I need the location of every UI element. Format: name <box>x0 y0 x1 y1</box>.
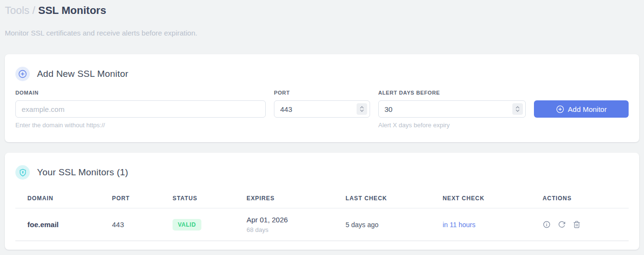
port-label: PORT <box>274 90 370 96</box>
expires-days-remaining: 68 days <box>247 226 330 233</box>
monitors-table: DOMAIN PORT STATUS EXPIRES LAST CHECK NE… <box>15 189 629 241</box>
monitor-status-cell: VALID <box>161 208 235 241</box>
monitor-actions-cell <box>531 208 629 241</box>
column-header-next-check: NEXT CHECK <box>431 189 531 208</box>
page-subtitle: Monitor SSL certificates and receive ale… <box>5 29 639 37</box>
monitors-card-title: Your SSL Monitors (1) <box>37 167 128 178</box>
add-monitor-card-header: Add New SSL Monitor <box>15 67 629 81</box>
chevron-up-icon <box>360 106 364 109</box>
domain-field-group: DOMAIN Enter the domain without https:// <box>15 90 266 129</box>
column-header-domain: DOMAIN <box>15 189 100 208</box>
domain-helper: Enter the domain without https:// <box>15 121 266 129</box>
info-button[interactable] <box>543 220 551 229</box>
monitors-card: Your SSL Monitors (1) DOMAIN PORT STATUS… <box>5 153 639 250</box>
trash-icon <box>573 220 581 229</box>
shield-icon <box>15 165 30 180</box>
domain-label: DOMAIN <box>15 90 266 96</box>
info-icon <box>543 220 551 229</box>
port-stepper[interactable] <box>357 103 367 115</box>
column-header-status: STATUS <box>161 189 235 208</box>
table-header-row: DOMAIN PORT STATUS EXPIRES LAST CHECK NE… <box>15 189 629 208</box>
domain-input[interactable] <box>15 100 266 118</box>
alert-days-helper: Alert X days before expiry <box>378 121 526 129</box>
monitor-next-check: in 11 hours <box>431 208 531 241</box>
port-input[interactable] <box>274 100 370 118</box>
page-header: Tools/SSL Monitors Monitor SSL certifica… <box>0 0 644 37</box>
alert-days-input[interactable] <box>378 100 526 118</box>
chevron-down-icon <box>360 109 364 112</box>
table-row: foe.email 443 VALID Apr 01, 2026 68 days… <box>15 208 629 241</box>
add-monitor-button[interactable]: Add Monitor <box>534 100 629 118</box>
breadcrumb-separator: / <box>32 4 35 16</box>
plus-circle-icon <box>15 67 30 81</box>
column-header-port: PORT <box>100 189 161 208</box>
column-header-actions: ACTIONS <box>531 189 629 208</box>
add-monitor-form: DOMAIN Enter the domain without https://… <box>15 90 629 129</box>
submit-group: Add Monitor <box>534 90 629 129</box>
chevron-down-icon <box>516 109 520 112</box>
expires-date: Apr 01, 2026 <box>247 216 330 224</box>
breadcrumb: Tools/SSL Monitors <box>5 4 639 17</box>
plus-circle-icon <box>556 105 564 113</box>
refresh-icon <box>558 221 566 229</box>
monitors-card-header: Your SSL Monitors (1) <box>15 165 629 180</box>
add-monitor-card: Add New SSL Monitor DOMAIN Enter the dom… <box>5 54 639 142</box>
monitor-expires-cell: Apr 01, 2026 68 days <box>235 208 334 241</box>
port-field-group: PORT <box>274 90 370 129</box>
alert-days-field-group: ALERT DAYS BEFORE Alert X days before ex… <box>378 90 526 129</box>
monitor-last-check: 5 days ago <box>334 208 431 241</box>
page-title: SSL Monitors <box>38 4 106 16</box>
add-monitor-button-label: Add Monitor <box>568 105 607 113</box>
alert-days-stepper[interactable] <box>512 103 523 115</box>
add-monitor-card-title: Add New SSL Monitor <box>37 69 128 79</box>
delete-button[interactable] <box>573 220 581 229</box>
monitor-port: 443 <box>100 208 161 241</box>
alert-days-label: ALERT DAYS BEFORE <box>378 90 526 96</box>
refresh-button[interactable] <box>558 221 566 229</box>
chevron-up-icon <box>516 106 520 109</box>
monitor-domain: foe.email <box>15 208 100 241</box>
column-header-expires: EXPIRES <box>235 189 334 208</box>
breadcrumb-parent[interactable]: Tools <box>5 4 29 16</box>
port-helper-spacer <box>274 121 370 129</box>
status-badge: VALID <box>173 219 201 231</box>
column-header-last-check: LAST CHECK <box>334 189 431 208</box>
